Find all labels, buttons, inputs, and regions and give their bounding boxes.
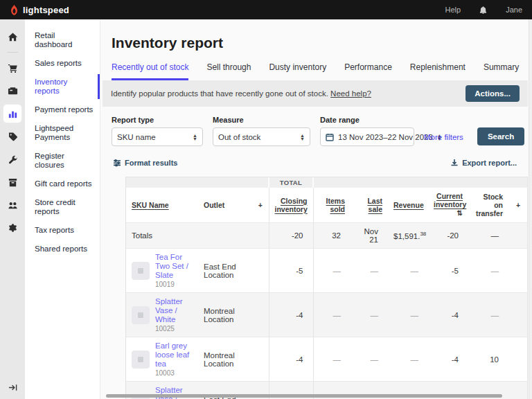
totals-revenue: $1,591.38 [388, 223, 428, 249]
reports-chart-icon[interactable] [3, 105, 21, 123]
add-column-right-button[interactable]: + [508, 188, 528, 223]
product-sku: 10003 [155, 369, 193, 377]
stepper-icon: ▲▼ [188, 134, 197, 141]
tools-wrench-icon[interactable] [3, 150, 21, 168]
column-header-row: SKU Name Outlet + Closing inventory Item… [126, 188, 528, 223]
tab-performance[interactable]: Performance [344, 62, 392, 80]
reports-sidebar: Retail dashboard Sales reports Inventory… [25, 19, 100, 399]
col-header-stock-on-transfer: Stock on transfer [468, 188, 508, 223]
main-content: Inventory report Recently out of stock S… [100, 19, 532, 399]
flame-icon [10, 5, 19, 15]
measure-select[interactable]: Out of stock ▲▼ [213, 127, 310, 146]
lightspeed-logo[interactable]: lightspeed [10, 5, 69, 15]
table-row: Tea For Two Set / Slate10019 East End Lo… [126, 249, 528, 293]
col-header-outlet: Outlet [198, 188, 252, 223]
outlet-cell: Montreal Location [198, 293, 252, 337]
sidebar-item-gift-card-reports[interactable]: Gift card reports [25, 175, 100, 193]
col-header-items-sold[interactable]: Items sold [313, 188, 351, 223]
stepper-icon: ▲▼ [296, 134, 305, 141]
banner-text: Identify popular products that have rece… [111, 89, 371, 98]
product-thumbnail [132, 306, 150, 324]
vertical-scrollbar[interactable] [529, 19, 532, 399]
filter-bar: Report type SKU name ▲▼ Measure Out of s… [112, 116, 521, 146]
report-tabs: Recently out of stock Sell through Dusty… [112, 62, 532, 80]
group-header-row: TOTAL [126, 177, 528, 188]
totals-row: Totals -20 32 Nov 21 $1,591.38 -20 — [126, 223, 528, 249]
date-range-input[interactable]: 13 Nov 2023–22 Nov 2023 ▲▼ [320, 127, 414, 146]
search-button[interactable]: Search [477, 127, 524, 145]
product-thumbnail [132, 262, 150, 280]
date-range-label: Date range [320, 116, 414, 124]
brand-name: lightspeed [23, 5, 69, 15]
sales-cart-icon[interactable] [3, 59, 21, 77]
measure-group: Measure Out of stock ▲▼ [213, 116, 310, 146]
sliders-icon [113, 159, 121, 167]
totals-last-sale: Nov 21 [351, 223, 388, 249]
product-link[interactable]: Tea For Two Set / Slate [155, 253, 193, 280]
home-icon[interactable] [3, 28, 21, 46]
report-type-group: Report type SKU name ▲▼ [112, 116, 203, 146]
measure-label: Measure [213, 116, 310, 124]
product-sku: 10019 [155, 281, 193, 288]
col-header-sku-name[interactable]: SKU Name [126, 188, 198, 223]
totals-items-sold: 32 [313, 223, 351, 249]
sidebar-item-tax-reports[interactable]: Tax reports [25, 221, 100, 240]
tab-summary[interactable]: Summary [484, 62, 519, 80]
tab-dusty-inventory[interactable]: Dusty inventory [269, 62, 326, 80]
need-help-link[interactable]: Need help? [330, 89, 371, 98]
sidebar-item-register-closures[interactable]: Register closures [25, 147, 100, 175]
register-icon[interactable] [3, 82, 21, 100]
settings-gear-icon[interactable] [3, 219, 21, 237]
product-link[interactable]: Earl grey loose leaf tea [155, 342, 193, 369]
sort-icon[interactable]: ⇅ [457, 209, 463, 217]
calendar-icon [326, 133, 334, 141]
format-results-link[interactable]: Format results [113, 159, 177, 167]
tab-replenishment[interactable]: Replenishment [410, 62, 466, 80]
totals-closing: -20 [269, 223, 313, 249]
sidebar-item-retail-dashboard[interactable]: Retail dashboard [25, 26, 100, 54]
totals-stock: — [468, 223, 508, 249]
sidebar-item-inventory-reports[interactable]: Inventory reports [25, 73, 100, 100]
export-report-link[interactable]: Export report... [450, 159, 517, 167]
horizontal-scrollbar[interactable] [106, 394, 502, 398]
products-tag-icon[interactable] [3, 127, 21, 145]
tab-recently-out-of-stock[interactable]: Recently out of stock [112, 62, 188, 80]
col-header-closing-inventory[interactable]: Closing inventory [269, 188, 313, 223]
info-banner: Identify popular products that have rece… [103, 80, 528, 107]
icon-rail [0, 19, 25, 399]
help-link[interactable]: Help [445, 6, 461, 14]
notifications-bell-icon[interactable] [479, 6, 488, 15]
sidebar-item-payment-reports[interactable]: Payment reports [25, 100, 100, 119]
report-type-select[interactable]: SKU name ▲▼ [112, 127, 203, 146]
tab-sell-through[interactable]: Sell through [206, 62, 251, 80]
customers-users-icon[interactable] [3, 196, 21, 214]
product-sku: 10025 [155, 325, 193, 332]
download-icon [450, 159, 459, 167]
col-header-current-inventory[interactable]: Current inventory ⇅ [428, 188, 468, 223]
col-header-last-sale[interactable]: Last sale [351, 188, 388, 223]
results-table: TOTAL SKU Name Outlet + Closing inventor… [125, 177, 528, 399]
totals-current: -20 [428, 223, 468, 249]
sidebar-item-sales-reports[interactable]: Sales reports [25, 54, 100, 73]
actions-button[interactable]: Actions... [466, 85, 520, 102]
report-type-label: Report type [112, 116, 203, 124]
sidebar-item-store-credit-reports[interactable]: Store credit reports [25, 193, 100, 221]
more-filters-link[interactable]: More filters [424, 133, 463, 141]
outlet-cell: Montreal Location [198, 337, 252, 382]
outlet-cell: East End Location [198, 249, 252, 293]
inventory-box-icon[interactable] [3, 173, 21, 191]
sidebar-item-lightspeed-payments[interactable]: Lightspeed Payments [25, 119, 100, 147]
page-title: Inventory report [112, 35, 532, 51]
add-column-left-button[interactable]: + [252, 188, 269, 223]
product-thumbnail [132, 351, 150, 369]
date-range-group: Date range 13 Nov 2023–22 Nov 2023 ▲▼ [320, 116, 414, 146]
totals-label: Totals [126, 223, 198, 249]
col-header-revenue[interactable]: Revenue [388, 188, 428, 223]
top-bar: lightspeed Help Jane [0, 0, 532, 19]
user-menu[interactable]: Jane [506, 6, 522, 14]
expand-rail-icon[interactable] [0, 383, 25, 392]
total-group-label: TOTAL [269, 177, 313, 188]
sidebar-item-shared-reports[interactable]: Shared reports [25, 240, 100, 258]
table-row: Earl grey loose leaf tea10003 Montreal L… [126, 337, 528, 382]
product-link[interactable]: Splatter Vase / White [155, 297, 193, 324]
